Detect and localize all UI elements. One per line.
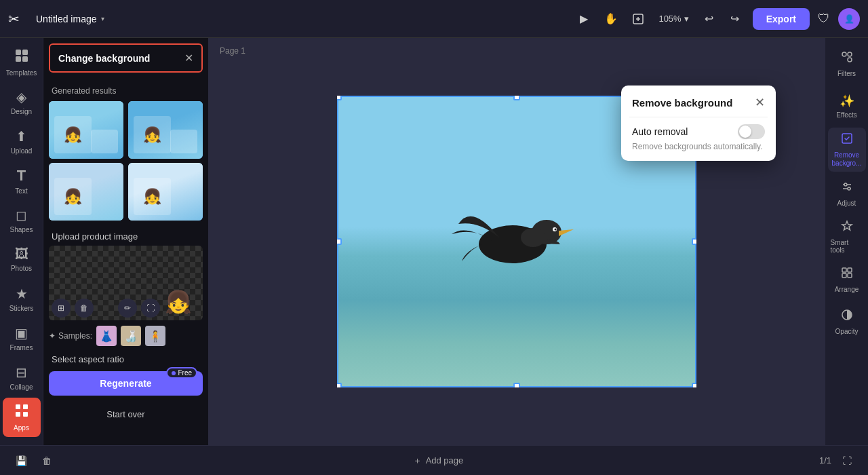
page-indicator: 1/1: [819, 455, 831, 466]
remove-bg-icon: [840, 132, 854, 149]
remove-bg-close-button[interactable]: ✕: [755, 95, 765, 110]
generated-result-1[interactable]: 👧: [49, 101, 123, 159]
auto-removal-row: Auto removal Remove backgrounds automati…: [621, 117, 776, 161]
svg-rect-8: [23, 412, 28, 417]
logo-icon[interactable]: ✂: [8, 11, 20, 27]
file-title: Untitled image: [36, 14, 97, 24]
svg-point-25: [842, 52, 846, 56]
upload-preview[interactable]: 👧 ⊞ 🗑 ✏ ⛶: [49, 246, 203, 320]
svg-rect-5: [16, 404, 20, 409]
page-label: Page 1: [220, 46, 245, 56]
sidebar-item-photos[interactable]: 🖼 Photos: [3, 240, 41, 278]
avatar[interactable]: 👤: [838, 8, 860, 30]
sidebar-item-frames[interactable]: ▣ Frames: [3, 319, 41, 357]
redo-button[interactable]: ↪: [723, 7, 747, 31]
right-item-opacity[interactable]: Opacity: [828, 301, 866, 342]
panel-close-button[interactable]: ✕: [184, 52, 193, 64]
right-item-filters[interactable]: Filters: [828, 43, 866, 84]
add-page-button[interactable]: ＋ Add page: [413, 455, 464, 467]
left-sidebar: Templates ◈ Design ⬆ Upload T Text ◻ Sha…: [0, 38, 43, 445]
undo-redo-group: ↩ ↪: [697, 7, 747, 31]
handle-top-middle[interactable]: [513, 96, 520, 100]
handle-middle-right[interactable]: [692, 238, 696, 245]
resize-button[interactable]: [626, 7, 650, 31]
samples-label: ✦ Samples:: [49, 331, 92, 341]
main-area: Templates ◈ Design ⬆ Upload T Text ◻ Sha…: [0, 38, 868, 445]
templates-icon: [14, 48, 29, 66]
replace-button[interactable]: ⊞: [52, 299, 71, 318]
sample-2[interactable]: 🍶: [121, 326, 141, 346]
handle-bottom-right[interactable]: [692, 383, 696, 387]
shield-icon[interactable]: 🛡: [818, 12, 830, 26]
sidebar-item-shapes[interactable]: ◻ Shapes: [3, 201, 41, 239]
handle-bottom-middle[interactable]: [513, 383, 520, 387]
generated-result-3[interactable]: 👧: [49, 163, 123, 221]
pan-tool-button[interactable]: ✋: [599, 7, 623, 31]
handle-top-left[interactable]: [337, 96, 342, 100]
right-label-remove-bg: Remove backgro...: [831, 151, 863, 168]
sidebar-label-text: Text: [15, 187, 27, 195]
generated-result-2[interactable]: 👧: [128, 101, 203, 159]
sample-3[interactable]: 🧍: [145, 326, 165, 346]
filters-icon: [840, 50, 854, 67]
expand-button[interactable]: ⛶: [141, 299, 160, 318]
delete-button[interactable]: 🗑: [75, 299, 94, 318]
generated-grid: 👧 👧 👧 👧: [49, 101, 203, 221]
svg-point-32: [848, 187, 850, 190]
sidebar-item-stickers[interactable]: ★ Stickers: [3, 280, 41, 318]
sidebar-item-collage[interactable]: ⊟ Collage: [3, 358, 41, 396]
auto-removal-toggle[interactable]: [738, 124, 765, 139]
right-sidebar: Filters ✨ Effects Remove backgro... Adju…: [825, 38, 868, 445]
toolbar-tools: ▶ ✋ 105% ▾ ↩ ↪: [572, 7, 747, 31]
sidebar-label-photos: Photos: [11, 265, 32, 272]
auto-removal-top: Auto removal: [632, 124, 765, 139]
select-tool-button[interactable]: ▶: [572, 7, 596, 31]
sidebar-label-design: Design: [11, 108, 32, 115]
sidebar-item-templates[interactable]: Templates: [3, 43, 41, 81]
generated-result-4[interactable]: 👧: [128, 163, 203, 221]
right-item-arrange[interactable]: Arrange: [828, 259, 866, 300]
handle-middle-left[interactable]: [337, 238, 342, 245]
remove-bg-header: Remove background ✕: [621, 86, 776, 117]
sample-1[interactable]: 👗: [96, 326, 117, 346]
right-label-opacity: Opacity: [835, 328, 859, 335]
chevron-down-icon: ▾: [684, 14, 689, 24]
export-button[interactable]: Export: [753, 8, 810, 30]
sidebar-item-text[interactable]: T Text: [3, 162, 41, 200]
smart-tools-icon: [840, 219, 854, 236]
right-label-arrange: Arrange: [835, 286, 859, 293]
sidebar-item-apps[interactable]: Apps: [3, 398, 41, 437]
right-item-smart-tools[interactable]: Smart tools: [828, 215, 866, 258]
sidebar-item-design[interactable]: ◈ Design: [3, 83, 41, 121]
right-label-effects: Effects: [836, 111, 856, 119]
zoom-button[interactable]: 105% ▾: [653, 11, 694, 26]
right-item-adjust[interactable]: Adjust: [828, 173, 866, 214]
svg-point-15: [521, 228, 545, 247]
handle-bottom-left[interactable]: [337, 383, 342, 387]
right-label-smart-tools: Smart tools: [831, 239, 863, 254]
generated-results-title: Generated results: [52, 86, 203, 96]
opacity-icon: [840, 308, 854, 325]
text-icon: T: [17, 167, 26, 185]
fullscreen-button[interactable]: ⛶: [837, 451, 857, 471]
start-over-button[interactable]: Start over: [49, 404, 203, 425]
edit-button[interactable]: ✏: [118, 299, 137, 318]
collage-icon: ⊟: [16, 364, 27, 381]
panel-header: Change background ✕: [49, 43, 203, 73]
bottom-right: 1/1 ⛶: [819, 451, 857, 471]
trash-button[interactable]: 🗑: [37, 451, 57, 471]
svg-rect-3: [16, 56, 21, 62]
save-button[interactable]: 💾: [11, 451, 31, 471]
shapes-icon: ◻: [16, 207, 27, 223]
sidebar-item-upload[interactable]: ⬆ Upload: [3, 122, 41, 160]
right-item-effects[interactable]: ✨ Effects: [828, 86, 866, 126]
svg-rect-2: [22, 50, 28, 55]
upload-title: Upload product image: [52, 231, 203, 242]
undo-button[interactable]: ↩: [697, 7, 722, 31]
change-background-panel: Change background ✕ Generated results 👧 …: [43, 38, 209, 445]
avatar-initials: 👤: [844, 14, 854, 24]
file-title-button[interactable]: Untitled image ▾: [31, 11, 110, 27]
right-item-remove-bg[interactable]: Remove backgro...: [828, 128, 866, 172]
design-icon: ◈: [16, 89, 26, 105]
svg-point-14: [555, 229, 557, 231]
